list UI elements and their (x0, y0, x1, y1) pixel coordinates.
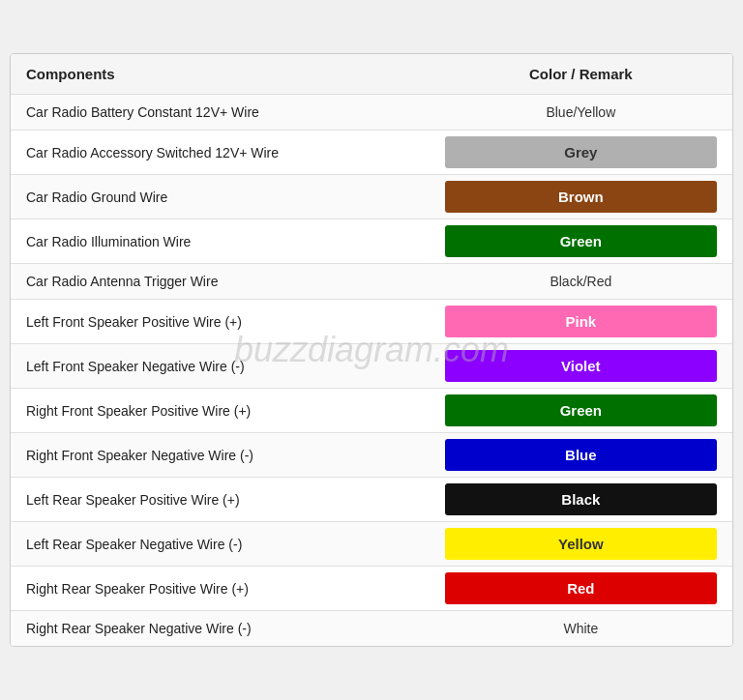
color-badge: Pink (445, 306, 717, 337)
table-row: Car Radio Illumination WireGreen (11, 219, 732, 264)
color-badge: Blue (445, 439, 717, 471)
component-cell: Left Rear Speaker Positive Wire (+) (11, 478, 430, 522)
component-cell: Car Radio Antenna Trigger Wire (11, 264, 430, 300)
color-cell: White (430, 611, 732, 647)
color-badge: Yellow (445, 528, 717, 560)
color-cell: Pink (430, 300, 732, 344)
color-cell: Blue (430, 433, 732, 478)
color-cell: Brown (430, 175, 732, 219)
color-cell: Violet (430, 344, 732, 389)
table-row: Left Front Speaker Negative Wire (-)Viol… (11, 344, 732, 389)
component-cell: Car Radio Ground Wire (11, 175, 430, 219)
table-body: Car Radio Battery Constant 12V+ WireBlue… (11, 95, 732, 647)
component-cell: Right Rear Speaker Positive Wire (+) (11, 567, 430, 611)
component-cell: Left Front Speaker Positive Wire (+) (11, 300, 430, 344)
color-badge: Grey (445, 136, 717, 168)
color-badge: Green (445, 394, 717, 426)
color-badge: Violet (445, 350, 717, 382)
color-cell: Grey (430, 131, 732, 175)
header-color-remark: Color / Remark (430, 54, 732, 95)
color-badge: Green (445, 225, 717, 257)
component-cell: Car Radio Accessory Switched 12V+ Wire (11, 131, 430, 175)
color-cell: Red (430, 567, 732, 611)
color-plain-text: White (563, 621, 598, 636)
color-cell: Black/Red (430, 264, 732, 300)
component-cell: Left Front Speaker Negative Wire (-) (11, 344, 430, 389)
table-row: Left Front Speaker Positive Wire (+)Pink (11, 300, 732, 344)
component-cell: Car Radio Illumination Wire (11, 219, 430, 264)
header-components: Components (11, 54, 430, 95)
table-row: Left Rear Speaker Positive Wire (+)Black (11, 478, 732, 522)
color-badge: Brown (445, 181, 717, 213)
color-cell: Green (430, 389, 732, 433)
component-cell: Right Rear Speaker Negative Wire (-) (11, 611, 430, 647)
color-plain-text: Blue/Yellow (546, 104, 615, 120)
component-cell: Left Rear Speaker Negative Wire (-) (11, 522, 430, 567)
table-row: Right Rear Speaker Positive Wire (+)Red (11, 567, 732, 611)
color-plain-text: Black/Red (550, 274, 611, 289)
color-cell: Green (430, 219, 732, 264)
color-cell: Yellow (430, 522, 732, 567)
color-cell: Black (430, 478, 732, 522)
wiring-table-container: buzzdiagram.com Components Color / Remar… (10, 53, 733, 647)
table-row: Left Rear Speaker Negative Wire (-)Yello… (11, 522, 732, 567)
table-row: Car Radio Battery Constant 12V+ WireBlue… (11, 95, 732, 131)
table-row: Car Radio Ground WireBrown (11, 175, 732, 219)
table-row: Right Front Speaker Negative Wire (-)Blu… (11, 433, 732, 478)
table-row: Car Radio Accessory Switched 12V+ WireGr… (11, 131, 732, 175)
table-row: Car Radio Antenna Trigger WireBlack/Red (11, 264, 732, 300)
component-cell: Right Front Speaker Negative Wire (-) (11, 433, 430, 478)
component-cell: Car Radio Battery Constant 12V+ Wire (11, 95, 430, 131)
color-badge: Red (445, 572, 717, 604)
component-cell: Right Front Speaker Positive Wire (+) (11, 389, 430, 433)
color-badge: Black (445, 483, 717, 515)
table-header-row: Components Color / Remark (11, 54, 732, 95)
color-cell: Blue/Yellow (430, 95, 732, 131)
table-row: Right Front Speaker Positive Wire (+)Gre… (11, 389, 732, 433)
table-row: Right Rear Speaker Negative Wire (-)Whit… (11, 611, 732, 647)
wiring-table: Components Color / Remark Car Radio Batt… (11, 54, 732, 646)
